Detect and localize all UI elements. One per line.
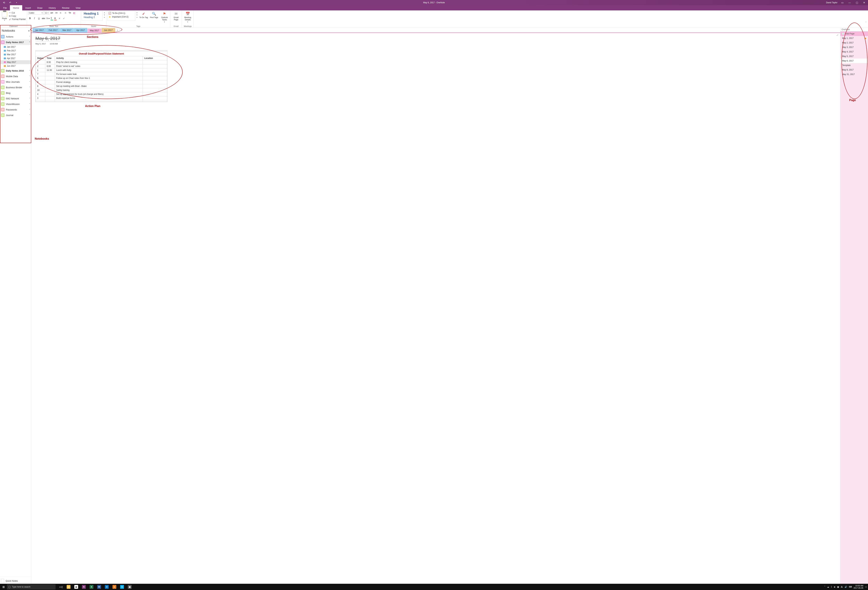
outlook-icon[interactable]: O [103, 584, 111, 590]
undo-icon[interactable]: ↶ [8, 1, 12, 4]
task-view-icon[interactable]: ▭▯ [57, 584, 65, 590]
file-explorer-icon[interactable]: 🗀 [65, 584, 72, 590]
table-row[interactable]: 10Safety training [36, 88, 167, 92]
page-title[interactable]: May 6, 2017 [35, 36, 60, 42]
styles-gallery[interactable]: Heading 1 Heading 2 [82, 11, 103, 21]
qat-customize-icon[interactable]: ▾ [14, 2, 19, 3]
table-row[interactable]: 111:30Lunch with Kelly [36, 68, 167, 72]
section-tab[interactable]: Mar 2017 [60, 28, 74, 33]
add-section-button[interactable]: + [115, 28, 120, 33]
indent-icon[interactable]: ⇥ [63, 11, 67, 15]
table-row[interactable]: 4Set up appointment for truck (oil chang… [36, 92, 167, 96]
menu-draw[interactable]: Draw [34, 5, 46, 10]
align-left-icon[interactable]: ≡ [58, 17, 61, 20]
page-list-item[interactable]: May 4, 2017 [840, 49, 868, 54]
font-color-button[interactable]: A [54, 17, 57, 20]
taskbar-search[interactable]: ◯ Type here to search [7, 584, 56, 590]
bold-button[interactable]: B [28, 17, 32, 20]
onenote-icon[interactable]: N [80, 584, 87, 590]
bullets-icon[interactable]: ≣▾ [50, 11, 54, 15]
table-row[interactable]: 8Funnel strategy [36, 80, 167, 84]
underline-button[interactable]: U [37, 17, 41, 20]
search-input[interactable] [841, 28, 868, 31]
notebook-item[interactable]: Blog ˅ [0, 90, 31, 96]
menu-file[interactable]: File [0, 5, 10, 10]
copy-button[interactable]: ⧉Copy [9, 15, 26, 17]
cut-button[interactable]: ✂Cut [9, 12, 26, 14]
start-button[interactable]: ⊞ [0, 585, 7, 589]
maximize-icon[interactable]: ▢ [855, 1, 859, 4]
fullscreen-toggle-icon[interactable]: ⤢ [836, 34, 838, 37]
menu-history[interactable]: History [46, 5, 59, 10]
onedrive-icon[interactable]: ☁ [827, 586, 829, 588]
todo-tag-button[interactable]: ✓To Do Tag [139, 11, 148, 19]
outlook-tasks-button[interactable]: ⚑Outlook Tasks▾ [160, 11, 169, 23]
notebook-section-item[interactable]: Apr 2017 [0, 56, 31, 60]
numbering-icon[interactable]: ≡▾ [54, 11, 58, 15]
table-row[interactable] [36, 100, 167, 102]
meeting-details-button[interactable]: 📅Meeting Details▾ [183, 11, 192, 23]
section-tab[interactable]: Feb 2017 [46, 28, 60, 33]
notebook-item[interactable]: Journal ˅ [0, 112, 31, 118]
app-k-icon[interactable]: k [111, 584, 118, 590]
email-page-button[interactable]: ✉Email Page [171, 11, 181, 21]
notebook-section-item[interactable]: Jun 2017 [0, 64, 31, 68]
bluetooth-icon[interactable]: ᛒ [831, 586, 832, 588]
network-icon[interactable]: 🖧 [841, 586, 843, 588]
font-select[interactable]: Calibri [28, 11, 43, 15]
page-list-item[interactable]: May 1, 2017◆ [840, 36, 868, 40]
skype-icon[interactable]: S [118, 584, 126, 590]
format-painter-button[interactable]: 🖌Format Painter [9, 18, 26, 21]
tray-app-icon[interactable]: ▣ [837, 586, 839, 588]
section-tab[interactable]: May 2017 [87, 28, 102, 33]
section-tab[interactable]: Jun 2017 [102, 28, 115, 33]
dropbox-icon[interactable]: ◈ [834, 586, 836, 588]
ribbon-display-icon[interactable]: ▭ [840, 1, 845, 4]
font-size-select[interactable]: 11 [44, 11, 49, 15]
volume-icon[interactable]: 🔊 [844, 586, 847, 588]
page-list-item[interactable]: May 3, 2017 [840, 45, 868, 49]
container-handle[interactable]: ⋯ [35, 50, 167, 52]
italic-button[interactable]: I [32, 17, 36, 20]
notebook-section-item[interactable]: May 2017 [0, 60, 31, 64]
paste-button[interactable]: Paste ▾ [1, 11, 8, 21]
search-bar[interactable]: ✕ ▾ [840, 28, 868, 31]
page-canvas[interactable]: ⤢ May 6, 2017 May 5, 2017 10:00 AM ⋯ Ove… [31, 33, 840, 584]
menu-home[interactable]: Home [10, 5, 22, 10]
tags-gallery[interactable]: ✓To Do (Ctrl+1) ★Important (Ctrl+2) [108, 11, 135, 21]
user-name[interactable]: David Taylor [826, 1, 837, 4]
section-tab[interactable]: Apr 2017 [74, 28, 87, 33]
find-tags-button[interactable]: 🔍Find Tags [149, 11, 159, 19]
notebook-section-item[interactable]: Feb 2017 [0, 49, 31, 53]
notebook-item[interactable]: Daily Notes 2017 ˄ [0, 40, 31, 45]
notebook-item[interactable]: Misc Journals ˅ [0, 79, 31, 84]
minimize-icon[interactable]: — [847, 1, 852, 4]
table-row[interactable]: 28:00Finish "wired to eat" notes [36, 64, 167, 68]
menu-view[interactable]: View [72, 5, 84, 10]
keyboard-icon[interactable]: ⌨ [849, 586, 852, 588]
close-icon[interactable]: ✕ [862, 1, 867, 4]
page-list-item[interactable]: May 31, 2017 [840, 72, 868, 77]
section-tab[interactable]: Jan 2017 [32, 28, 46, 33]
notebooks-header[interactable]: Notebooks ◀ [0, 28, 31, 34]
page-list-item[interactable]: May 6, 2017 [840, 59, 868, 63]
page-list-item[interactable]: May 8, 2017 [840, 68, 868, 72]
notebook-item[interactable]: Daily Notes 2016 ˅ [0, 68, 31, 74]
notebook-item[interactable]: i542 Network ˅ [0, 96, 31, 101]
table-row[interactable]: 6Set up meeting with Brad - Blake [36, 84, 167, 88]
tag-rule-icon[interactable]: ✓ [62, 17, 66, 20]
menu-review[interactable]: Review [59, 5, 72, 10]
app-generic-icon[interactable]: ▦ [126, 584, 133, 590]
taskbar-clock[interactable]: 10:05 AM 2017-05-05 [853, 585, 863, 589]
chrome-icon[interactable]: ◉ [72, 584, 80, 590]
table-row[interactable]: 3Build expense forms [36, 96, 167, 100]
notebook-section-item[interactable]: Jan 2017 [0, 45, 31, 49]
outdent-icon[interactable]: ⇤ [59, 11, 63, 15]
notebook-section-item[interactable]: Mar 2017 [0, 53, 31, 56]
highlight-button[interactable]: ꕯ [50, 17, 53, 20]
clear-format-icon[interactable]: ◧ [72, 11, 76, 15]
note-container[interactable]: ⋯ Overall Goal/Purpose/Vision Statement … [35, 50, 167, 102]
back-icon[interactable]: ⟲ [2, 1, 6, 4]
excel-icon[interactable]: X [88, 584, 95, 590]
strike-button[interactable]: abc [41, 17, 45, 20]
